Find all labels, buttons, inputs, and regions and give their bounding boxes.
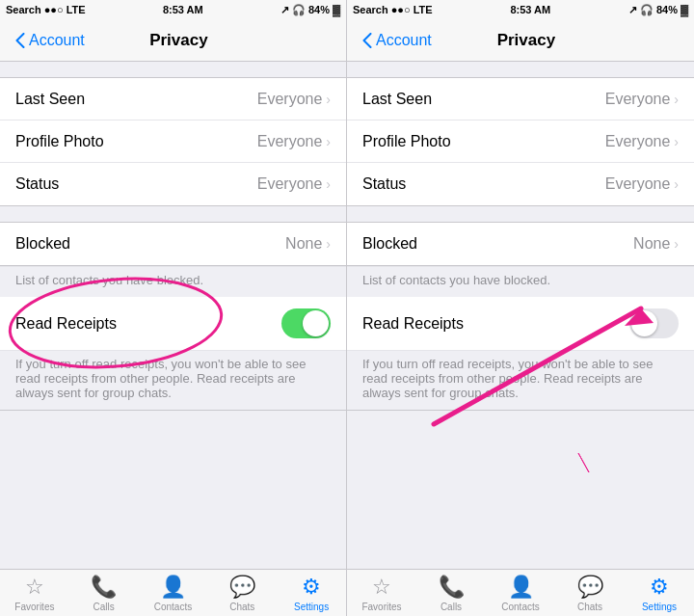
tab-chats-right[interactable]: 💬 Chats	[555, 575, 625, 612]
battery-right: 84%	[656, 4, 678, 15]
phone-icon: 📞	[439, 575, 465, 600]
star-icon: ☆	[372, 575, 391, 600]
last-seen-label-right: Last Seen	[362, 91, 432, 108]
status-row-right[interactable]: Status Everyone ›	[347, 163, 694, 205]
blocked-row-right[interactable]: Blocked None ›	[347, 223, 694, 265]
tab-calls-right[interactable]: 📞 Calls	[416, 575, 486, 612]
status-text-right: Everyone	[605, 175, 671, 193]
tab-chats-label-right: Chats	[577, 602, 602, 612]
receipts-desc-left: If you turn off read receipts, you won't…	[15, 357, 331, 400]
blocked-section-right: Blocked None ›	[347, 222, 694, 266]
last-seen-text-left: Everyone	[257, 91, 323, 108]
tab-bar-right: ☆ Favorites 📞 Calls 👤 Contacts 💬 Chats ⚙…	[347, 569, 694, 616]
blocked-desc-right: List of contacts you have blocked.	[347, 266, 694, 297]
tab-favorites-label-left: Favorites	[14, 602, 54, 612]
settings-icon: ⚙	[650, 575, 669, 600]
chevron-right-icon: ›	[326, 236, 331, 252]
tab-settings-left[interactable]: ⚙ Settings	[277, 575, 346, 612]
tab-calls-label-right: Calls	[440, 602, 462, 612]
tab-contacts-left[interactable]: 👤 Contacts	[139, 575, 208, 612]
receipts-toggle-right[interactable]	[629, 308, 679, 338]
time-left: 8:53 AM	[163, 4, 203, 15]
tab-contacts-label-right: Contacts	[501, 602, 539, 612]
carrier-right: LTE	[414, 4, 433, 15]
battery-icon-left: ▓	[333, 4, 340, 15]
blocked-row-left[interactable]: Blocked None ›	[0, 223, 346, 265]
last-seen-value-left: Everyone ›	[257, 91, 331, 108]
tab-favorites-label-right: Favorites	[361, 602, 401, 612]
blocked-text-left: None	[285, 235, 322, 253]
receipts-label-left: Read Receipts	[15, 315, 117, 333]
tab-bar-left: ☆ Favorites 📞 Calls 👤 Contacts 💬 Chats ⚙…	[0, 569, 346, 616]
status-label-right: Status	[362, 175, 406, 193]
headphone-left: 🎧	[292, 4, 306, 16]
status-bar-left: Search ●●○ LTE 8:53 AM ↗ 🎧 84% ▓	[0, 0, 346, 19]
gps-right: ↗	[628, 4, 637, 16]
profile-photo-label-left: Profile Photo	[15, 133, 104, 150]
chevron-right-icon: ›	[674, 92, 679, 107]
tab-settings-right[interactable]: ⚙ Settings	[625, 575, 694, 612]
status-text-left: Everyone	[257, 175, 323, 193]
status-row-left[interactable]: Status Everyone ›	[0, 163, 346, 205]
battery-icon-right: ▓	[681, 4, 688, 15]
back-label-right: Account	[376, 32, 432, 49]
nav-bar-left: Account Privacy	[0, 19, 346, 62]
last-seen-row-right[interactable]: Last Seen Everyone ›	[347, 78, 694, 121]
last-seen-text-right: Everyone	[605, 91, 671, 108]
toggle-thumb-left	[303, 310, 329, 336]
tab-settings-label-left: Settings	[294, 602, 329, 612]
privacy-section-left: Last Seen Everyone › Profile Photo Every…	[0, 77, 346, 206]
battery-left: 84%	[308, 4, 330, 15]
nav-bar-right: Account Privacy	[347, 19, 694, 62]
chevron-right-icon: ›	[674, 236, 679, 252]
blocked-label-right: Blocked	[362, 235, 417, 253]
chat-icon: 💬	[577, 575, 603, 600]
tab-favorites-right[interactable]: ☆ Favorites	[347, 575, 416, 612]
receipts-label-right: Read Receipts	[362, 315, 464, 333]
back-button-left[interactable]: Account	[15, 32, 85, 49]
time-right: 8:53 AM	[510, 4, 550, 15]
profile-photo-row-right[interactable]: Profile Photo Everyone ›	[347, 121, 694, 163]
profile-photo-text-right: Everyone	[605, 133, 671, 150]
chevron-right-icon: ›	[674, 134, 679, 149]
blocked-desc-left: List of contacts you have blocked.	[0, 266, 346, 297]
receipts-toggle-left[interactable]	[281, 308, 331, 338]
tab-settings-label-right: Settings	[642, 602, 677, 612]
tab-favorites-left[interactable]: ☆ Favorites	[0, 575, 69, 612]
person-icon: 👤	[508, 575, 534, 600]
chevron-left-icon	[15, 33, 25, 48]
signal-dots-left: ●●○	[44, 4, 64, 15]
chevron-left-icon	[362, 33, 372, 48]
tab-calls-left[interactable]: 📞 Calls	[69, 575, 139, 612]
blocked-label-left: Blocked	[15, 235, 70, 253]
profile-photo-text-left: Everyone	[257, 133, 323, 150]
tab-contacts-right[interactable]: 👤 Contacts	[486, 575, 555, 612]
privacy-section-right: Last Seen Everyone › Profile Photo Every…	[347, 77, 694, 206]
receipts-row-left: Read Receipts	[0, 297, 346, 350]
tab-chats-left[interactable]: 💬 Chats	[207, 575, 277, 612]
last-seen-label-left: Last Seen	[15, 91, 85, 108]
signal-dots-right: ●●○	[391, 4, 411, 15]
profile-photo-row-left[interactable]: Profile Photo Everyone ›	[0, 121, 346, 163]
chevron-right-icon: ›	[326, 92, 331, 107]
left-panel: Search ●●○ LTE 8:53 AM ↗ 🎧 84% ▓ Account…	[0, 0, 347, 616]
app-name-left: Search	[6, 4, 41, 15]
chevron-right-icon: ›	[326, 176, 331, 192]
receipts-section-right: Read Receipts If you turn off read recei…	[347, 297, 694, 411]
back-label-left: Account	[29, 32, 85, 49]
status-value-right: Everyone ›	[605, 175, 679, 193]
profile-photo-label-right: Profile Photo	[362, 133, 451, 150]
blocked-section-left: Blocked None ›	[0, 222, 346, 266]
chevron-right-icon: ›	[674, 176, 679, 192]
receipts-row-right: Read Receipts	[347, 297, 694, 350]
profile-photo-value-right: Everyone ›	[605, 133, 679, 150]
last-seen-value-right: Everyone ›	[605, 91, 679, 108]
back-button-right[interactable]: Account	[362, 32, 432, 49]
person-icon: 👤	[160, 575, 186, 600]
settings-icon: ⚙	[302, 575, 321, 600]
gps-left: ↗	[280, 4, 289, 16]
app-name-right: Search	[353, 4, 388, 15]
chevron-right-icon: ›	[326, 134, 331, 149]
last-seen-row-left[interactable]: Last Seen Everyone ›	[0, 78, 346, 121]
blocked-value-right: None ›	[633, 235, 679, 253]
